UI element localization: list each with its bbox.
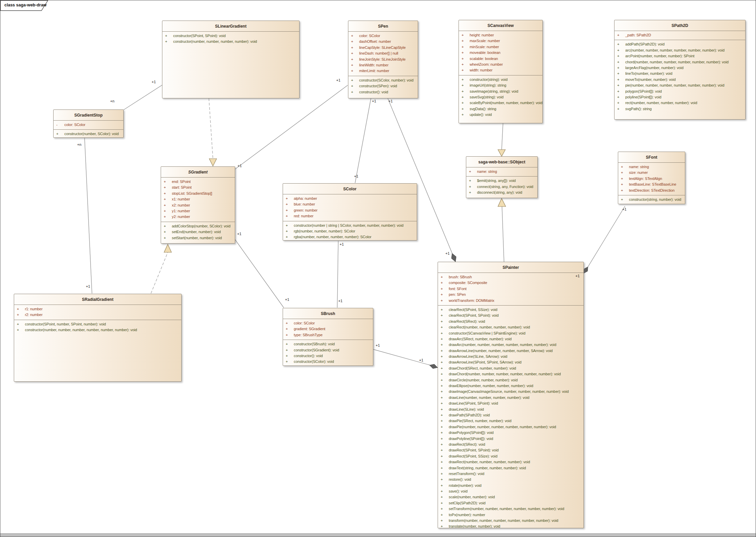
attribute-text: stopList: SGradientStop[] (172, 191, 212, 196)
method-row: +disconnect(string, any): void (466, 190, 537, 195)
class-SCanvasView[interactable]: SCanvasView+height: number+maxScale: num… (459, 20, 543, 123)
visibility-sign: + (459, 94, 470, 100)
visibility-sign: + (348, 89, 359, 95)
visibility-sign: + (348, 77, 359, 83)
class-title: SRadialGradient (14, 294, 181, 305)
attribute-text: brush: SBrush (449, 274, 472, 280)
method-text: constructor(number, number, number, numb… (173, 39, 257, 44)
class-SLinearGradient[interactable]: SLinearGradient+constructor(SPoint, SPoi… (162, 21, 300, 98)
visibility-sign: + (438, 292, 449, 297)
method-row: +constructor(string, number): void (618, 197, 685, 202)
method-text: drawArrowLine(number, number, number, nu… (449, 348, 553, 354)
attribute-text: color: SColor (64, 122, 85, 128)
method-text: setStart(number, number): void (172, 235, 222, 241)
edge-painter-sobject-gen (498, 198, 506, 262)
composition-line (373, 349, 430, 365)
diagram-canvas: class saga-web-draw SLinearGradient+cons… (0, 0, 756, 537)
method-row: +drawRect(SPoint, SSize): void (438, 453, 584, 459)
class-SObject[interactable]: saga-web-base::SObject+name: string+$emi… (466, 156, 538, 198)
visibility-sign: + (466, 190, 477, 195)
method-text: constructor(SBrush): void (294, 341, 335, 347)
methods-compartment: +constructor(SColor, number): void+const… (348, 76, 418, 98)
attribute-row: +scalable: boolean (459, 56, 542, 62)
association-line (355, 98, 371, 183)
attribute-row: +lineDash: number[] | null (348, 51, 418, 56)
attribute-text: minScale: number (470, 44, 499, 50)
class-title: SFont (618, 152, 685, 163)
class-SBrush[interactable]: SBrush+color: SColor+gradient: SGradient… (283, 308, 373, 366)
attributes-compartment: +color: SColor+gradient: SGradient+type:… (283, 319, 373, 340)
attribute-row: +pen: SPen (438, 292, 584, 297)
method-row: +largeArcFlag(number, number): void (615, 65, 745, 71)
method-text: moveTo(number, number): void (625, 77, 675, 83)
class-SGradientStop[interactable]: SGradientStop-color: SColor+constructor(… (53, 109, 124, 138)
method-row: +constructor(SColor): void (283, 359, 373, 365)
attribute-text: type: SBrushType (294, 332, 322, 338)
visibility-sign: + (283, 223, 294, 228)
visibility-sign: + (438, 298, 449, 304)
attribute-text: _path: SPath2D (625, 32, 651, 38)
method-text: saveSvg(string): void (470, 94, 504, 100)
method-row: +drawText(string, number, number, number… (438, 465, 584, 471)
method-text: disconnect(string, any): void (477, 190, 522, 195)
visibility-sign: + (615, 83, 625, 88)
method-row: +constructor(SGradient): void (283, 347, 373, 353)
visibility-sign: + (348, 68, 359, 74)
attribute-text: maxScale: number (470, 38, 500, 44)
visibility-sign: + (438, 383, 449, 389)
visibility-sign: + (466, 178, 477, 184)
class-title: SPainter (438, 262, 584, 273)
class-SGradient[interactable]: SGradient+end: SPoint+start: SPoint+stop… (161, 166, 235, 244)
method-text: constructor(SPen): void (359, 83, 397, 89)
method-row: +resetTransform(): void (438, 471, 584, 477)
method-text: setEnd(number, number): void (172, 229, 221, 235)
method-text: addPath(SPath2D): void (625, 41, 664, 47)
method-row: +setStart(number, number): void (161, 235, 235, 241)
attribute-row: +_path: SPath2D (615, 32, 745, 38)
method-row: +lineTo(number, number): void (615, 71, 745, 76)
attribute-row: +color: SColor (283, 320, 373, 326)
method-row: +setClip(SPath2D): void (438, 500, 584, 506)
visibility-sign: + (438, 407, 449, 412)
visibility-sign: + (283, 320, 294, 326)
class-SColor[interactable]: SColor+alpha: number+blue: number+green:… (283, 183, 417, 241)
method-text: lineTo(number, number): void (625, 71, 672, 76)
class-SPainter[interactable]: SPainter+brush: SBrush+composite: SCompo… (438, 262, 584, 528)
method-text: drawPie(number, number, number, number, … (449, 424, 556, 430)
visibility-sign: + (615, 53, 625, 59)
visibility-sign: + (618, 176, 629, 182)
visibility-sign: + (615, 32, 625, 38)
diagram-tab-label: class saga-web-draw (4, 3, 46, 7)
bottom-scroll-strip[interactable] (0, 533, 756, 537)
attribute-row: +red: number (283, 213, 417, 219)
method-text: drawArc(number, number, number, number, … (449, 342, 556, 348)
edge-pen-painter-to-multiplicity: +1 (445, 251, 450, 255)
class-title: SPen (348, 21, 418, 32)
attribute-row: +start: SPoint (161, 185, 235, 190)
method-row: +drawArrowLine(number, number, number, n… (438, 348, 584, 354)
method-text: clearRect(SPoint, SPoint): void (449, 313, 499, 318)
class-SFont[interactable]: SFont+name: string+size: numer+textAlign… (618, 152, 685, 204)
attribute-row: +font: SFont (438, 286, 584, 292)
class-SRadialGradient[interactable]: SRadialGradient+r1: number+r2: number+co… (14, 294, 182, 382)
attribute-text: font: SFont (449, 286, 467, 292)
class-SPath2D[interactable]: SPath2D+_path: SPath2D+addPath(SPath2D):… (614, 20, 746, 120)
method-text: drawLine(SLine): void (449, 407, 484, 412)
visibility-sign: + (438, 342, 449, 348)
method-text: constructor(SColor, number): void (359, 77, 413, 83)
edge-pen-color-from-multiplicity: +1 (372, 99, 376, 103)
method-row: +drawArc(SRect, number, number): void (438, 336, 584, 342)
attribute-text: green: number (294, 208, 317, 213)
method-row: +polyline(SPoint[]): void (615, 94, 745, 100)
method-text: transform(number, number, number, number… (449, 518, 558, 524)
method-row: +scale(number, number): void (438, 494, 584, 500)
class-SPen[interactable]: SPen+color: SColor+dashOffset: number+li… (348, 21, 418, 98)
generalization-triangle (498, 150, 505, 156)
visibility-sign: + (438, 336, 449, 342)
edge-font-painter-from-multiplicity: +1 (622, 207, 627, 211)
attribute-row: +blue: number (283, 201, 417, 207)
method-text: rect(number, number, number, number): vo… (625, 100, 697, 106)
visibility-sign: + (438, 506, 449, 512)
visibility-sign: + (283, 347, 294, 353)
attribute-text: pen: SPen (449, 292, 466, 297)
